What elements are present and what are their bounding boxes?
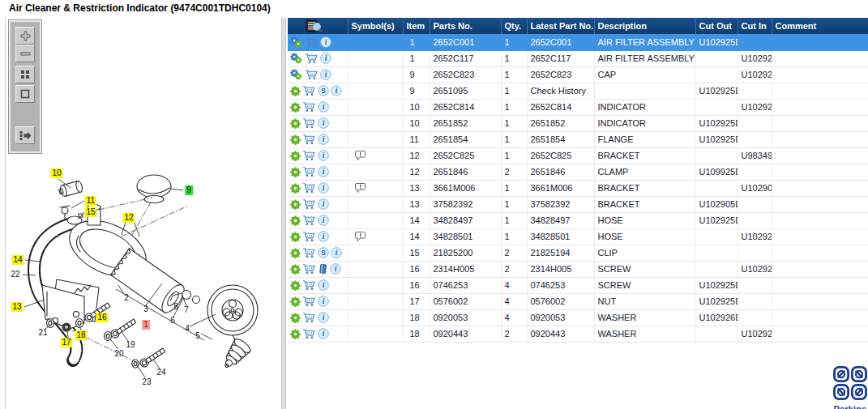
- gear-icon[interactable]: [290, 86, 301, 96]
- gear-icon[interactable]: [290, 183, 301, 194]
- info-icon[interactable]: i: [318, 134, 329, 145]
- diagram-callout-17[interactable]: 17: [60, 338, 72, 347]
- diagram-callout-19[interactable]: 19: [124, 340, 136, 350]
- col-parts-no[interactable]: Parts No.: [430, 18, 501, 34]
- gear-icon[interactable]: [290, 329, 301, 339]
- cart-icon[interactable]: [302, 328, 316, 339]
- diagram-callout-1[interactable]: 1: [142, 320, 150, 330]
- diagram-callout-12[interactable]: 12: [122, 213, 135, 223]
- table-row[interactable]: i12265184622651846CLAMPU109925D: [288, 164, 868, 180]
- table-row[interactable]: i133661M00613661M006BRACKETU10290: [288, 180, 868, 196]
- info-icon[interactable]: i: [320, 53, 331, 64]
- parts-list-search-icon[interactable]: [306, 19, 323, 33]
- note-icon[interactable]: [355, 231, 366, 242]
- info-icon[interactable]: i: [331, 85, 342, 96]
- cart-icon[interactable]: [302, 247, 316, 258]
- diagram-callout-20[interactable]: 20: [113, 349, 125, 359]
- table-row[interactable]: i18092005340920053WASHERU102926D: [288, 309, 868, 326]
- gear-icon[interactable]: [290, 264, 301, 275]
- gear-icon[interactable]: [290, 118, 301, 129]
- gear-icon[interactable]: [290, 134, 301, 145]
- gear-icon[interactable]: [290, 167, 301, 177]
- table-row[interactable]: Si1521825200221825194CLIP: [288, 245, 868, 261]
- diagram-callout-9[interactable]: 9: [185, 185, 193, 195]
- col-desc[interactable]: Description: [594, 18, 695, 34]
- gear-icon[interactable]: [290, 215, 301, 226]
- cart-icon[interactable]: [302, 134, 316, 145]
- cart-icon[interactable]: [302, 85, 316, 96]
- diagram-callout-5[interactable]: 5: [194, 331, 202, 341]
- col-latest[interactable]: Latest Part No.: [527, 18, 594, 34]
- col-comment[interactable]: Comment: [772, 18, 868, 34]
- cart-icon[interactable]: [302, 182, 316, 194]
- cart-icon[interactable]: [302, 231, 316, 242]
- cart-icon[interactable]: [302, 215, 316, 226]
- s-icon[interactable]: S: [318, 85, 329, 96]
- diagram-callout-16[interactable]: 16: [96, 313, 108, 322]
- table-row[interactable]: i92652C82312652C823CAPU10292: [288, 66, 868, 83]
- info-icon[interactable]: i: [318, 117, 329, 129]
- info-icon[interactable]: i: [320, 69, 331, 80]
- fit-view-button[interactable]: [15, 85, 35, 103]
- gear-icon[interactable]: [290, 232, 301, 242]
- col-cut-out[interactable]: Cut Out: [695, 18, 738, 34]
- table-row[interactable]: i162314H00522314H005SCREWU10292: [288, 261, 868, 277]
- zoom-in-button[interactable]: [15, 27, 35, 45]
- diagram-callout-6[interactable]: 6: [169, 316, 177, 326]
- info-icon[interactable]: i: [318, 166, 329, 177]
- gears-icon[interactable]: [290, 36, 303, 48]
- gears-icon[interactable]: [290, 69, 303, 80]
- cart-icon[interactable]: [302, 312, 316, 323]
- info-icon[interactable]: i: [318, 215, 329, 226]
- cart-icon[interactable]: [302, 150, 316, 161]
- table-row[interactable]: i10265185212651852INDICATORU102925D: [288, 115, 868, 131]
- diagram-callout-18[interactable]: 18: [75, 330, 87, 340]
- zoom-out-button[interactable]: [15, 45, 35, 62]
- diagram-callout-8[interactable]: 8: [172, 302, 180, 312]
- table-row[interactable]: i1337582392137582392BRACKETU102905D: [288, 196, 868, 212]
- col-item[interactable]: Item: [403, 18, 430, 34]
- diagram-callout-23[interactable]: 23: [140, 377, 152, 387]
- gear-icon[interactable]: [290, 102, 301, 113]
- col-actions[interactable]: [288, 18, 348, 34]
- table-row[interactable]: i12652C11712652C117AIR FILTER ASSEMBLYU1…: [288, 50, 868, 66]
- s-icon[interactable]: S: [318, 247, 329, 258]
- diagram-callout-21[interactable]: 21: [36, 328, 49, 338]
- table-row[interactable]: i1434828501134828501HOSEU10292: [288, 228, 868, 245]
- panel-splitter[interactable]: [281, 18, 286, 409]
- cart-icon[interactable]: [305, 69, 319, 80]
- gear-icon[interactable]: [290, 248, 301, 258]
- diagram-callout-3[interactable]: 3: [142, 305, 150, 314]
- diagram-callout-22[interactable]: 22: [9, 270, 21, 279]
- diagram-callout-13[interactable]: 13: [11, 302, 23, 312]
- info-icon[interactable]: i: [318, 296, 329, 307]
- gear-icon[interactable]: [290, 313, 301, 323]
- gear-icon[interactable]: [290, 296, 301, 307]
- gears-icon[interactable]: [290, 53, 303, 64]
- toggle-panel-button[interactable]: [15, 126, 35, 144]
- diagram-callout-7[interactable]: 7: [182, 305, 190, 315]
- col-qty[interactable]: Qty.: [501, 18, 527, 34]
- cart-icon[interactable]: [302, 279, 316, 291]
- col-symbols[interactable]: Symbol(s): [348, 18, 403, 34]
- cart-icon[interactable]: [302, 198, 316, 210]
- info-icon[interactable]: i: [318, 182, 329, 194]
- book-icon[interactable]: [318, 263, 328, 275]
- info-icon[interactable]: i: [330, 263, 341, 275]
- gear-icon[interactable]: [290, 280, 301, 291]
- diagram-callout-10[interactable]: 10: [50, 168, 62, 178]
- table-row[interactable]: i12652C00112652C001AIR FILTER ASSEMBLYU1…: [288, 34, 868, 50]
- table-row[interactable]: i1434828497134828497HOSEU102925D: [288, 212, 868, 228]
- diagram-callout-2[interactable]: 2: [122, 293, 130, 303]
- note-icon[interactable]: [355, 182, 366, 194]
- cart-icon[interactable]: [305, 53, 319, 64]
- table-row[interactable]: i16074625340746253SCREWU102925D: [288, 277, 868, 293]
- cart-icon[interactable]: [305, 36, 319, 48]
- info-icon[interactable]: i: [318, 150, 329, 161]
- col-cut-in[interactable]: Cut In: [738, 18, 772, 34]
- tile-view-button[interactable]: [15, 66, 35, 83]
- diagram-callout-11[interactable]: 11: [85, 196, 96, 206]
- table-row[interactable]: i11265185412651854FLANGEU102925D: [288, 131, 868, 147]
- table-row[interactable]: i17057600240576002NUTU102925D: [288, 293, 868, 309]
- table-row[interactable]: i18092044320920443WASHERU10292: [288, 326, 868, 342]
